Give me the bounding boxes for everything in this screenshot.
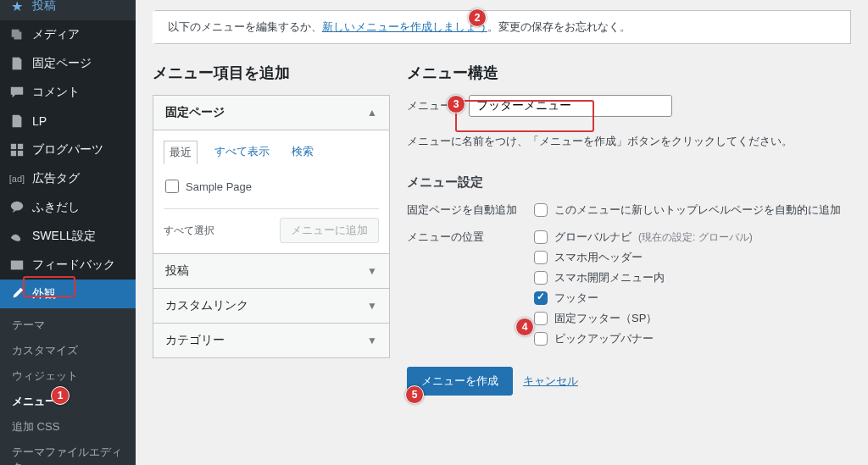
create-menu-link[interactable]: 新しいメニューを作成しましょう [322, 20, 487, 33]
auto-add-text: このメニューに新しいトップレベルページを自動的に追加 [554, 202, 841, 218]
position-label: メニューの位置 [407, 230, 534, 245]
chevron-down-icon: ▼ [367, 335, 377, 346]
notice-prefix: 以下のメニューを編集するか、 [168, 20, 322, 33]
pos-fixed-footer-checkbox[interactable] [534, 312, 548, 325]
annotation-badge-1: 1 [51, 386, 70, 405]
sidebar-item-blogparts[interactable]: ブログパーツ [0, 136, 136, 164]
chevron-down-icon: ▼ [367, 300, 377, 312]
feedback-icon [8, 257, 25, 274]
submenu-css[interactable]: 追加 CSS [0, 414, 136, 440]
sample-page-checkbox[interactable] [165, 180, 179, 193]
auto-add-checkbox[interactable] [534, 203, 548, 217]
chevron-up-icon: ▲ [367, 107, 377, 119]
svg-rect-5 [11, 261, 23, 270]
main-content: 以下のメニューを編集するか、新しいメニューを作成しましょう。変更の保存をお忘れな… [136, 0, 868, 465]
sidebar-item-adtag[interactable]: [ad]広告タグ [0, 164, 136, 193]
sidebar-item-posts[interactable]: ★投稿 [0, 0, 136, 20]
position-options: グローバルナビ (現在の設定: グローバル) スマホ用ヘッダー スマホ開閉メニュ… [534, 230, 851, 352]
chevron-down-icon: ▼ [367, 265, 377, 277]
menu-name-input[interactable] [469, 95, 672, 117]
comment-icon [8, 84, 25, 101]
auto-add-label: 固定ページを自動追加 [407, 202, 534, 218]
submenu-themes[interactable]: テーマ [0, 313, 136, 338]
tab-search[interactable]: 検索 [287, 141, 319, 164]
svg-rect-3 [18, 151, 23, 156]
menu-settings-heading: メニュー設定 [407, 174, 851, 191]
page-icon [8, 55, 25, 72]
acc-head-categories[interactable]: カテゴリー▼ [153, 323, 389, 357]
submenu-customize[interactable]: カスタマイズ [0, 338, 136, 363]
sidebar-item-lp[interactable]: LP [0, 107, 136, 136]
sample-page-label: Sample Page [186, 180, 252, 193]
ad-icon: [ad] [8, 170, 25, 187]
pos-global-checkbox[interactable] [534, 230, 548, 244]
acc-head-customlink[interactable]: カスタムリンク▼ [153, 288, 389, 323]
svg-rect-2 [11, 151, 16, 156]
annotation-badge-4: 4 [515, 318, 534, 336]
sidebar-item-pages[interactable]: 固定ページ [0, 49, 136, 78]
sidebar-item-media[interactable]: メディア [0, 20, 136, 49]
pos-sp-header-checkbox[interactable] [534, 251, 548, 264]
pin-icon: ★ [8, 0, 25, 14]
submenu-theme-editor[interactable]: テーマファイルエディター [0, 440, 136, 465]
sidebar-item-comments[interactable]: コメント [0, 78, 136, 107]
appearance-submenu: テーマ カスタマイズ ウィジェット メニュー 追加 CSS テーマファイルエディ… [0, 308, 136, 465]
blocks-icon [8, 141, 25, 158]
pos-sp-drawer-checkbox[interactable] [534, 271, 548, 285]
pos-footer-checkbox[interactable] [534, 291, 548, 305]
brush-icon [8, 285, 25, 302]
annotation-badge-3: 3 [447, 95, 465, 113]
svg-rect-0 [11, 144, 16, 149]
bubble-icon [8, 199, 25, 216]
sidebar-item-appearance[interactable]: 外観 [0, 280, 136, 308]
add-to-menu-button[interactable]: メニューに追加 [280, 218, 379, 243]
swell-icon [8, 228, 25, 245]
menu-structure-heading: メニュー構造 [407, 63, 851, 83]
add-items-heading: メニュー項目を追加 [153, 63, 390, 83]
annotation-badge-2: 2 [468, 8, 487, 27]
notice-suffix: 。変更の保存をお忘れなく。 [487, 20, 631, 33]
doc-icon [8, 113, 25, 130]
annotation-badge-5: 5 [405, 385, 424, 404]
sidebar-item-swell[interactable]: SWELL設定 [0, 222, 136, 251]
sidebar-item-fukidashi[interactable]: ふきだし [0, 193, 136, 222]
sidebar-item-feedback[interactable]: フィードバック [0, 251, 136, 280]
acc-head-pages[interactable]: 固定ページ▲ [153, 96, 389, 130]
notice-bar: 以下のメニューを編集するか、新しいメニューを作成しましょう。変更の保存をお忘れな… [153, 10, 851, 44]
submenu-widgets[interactable]: ウィジェット [0, 363, 136, 389]
accordion-pages: 固定ページ▲ 最近 すべて表示 検索 Sample Page すべて選択 [153, 95, 390, 358]
cancel-link[interactable]: キャンセル [523, 374, 578, 389]
svg-point-4 [11, 202, 23, 211]
create-hint: メニューに名前をつけ、「メニューを作成」ボタンをクリックしてください。 [407, 134, 851, 149]
tab-recent[interactable]: 最近 [164, 141, 198, 164]
select-all-link[interactable]: すべて選択 [164, 224, 214, 238]
svg-rect-1 [18, 144, 23, 149]
media-icon [8, 26, 25, 43]
pos-pickup-checkbox[interactable] [534, 332, 548, 346]
tab-all[interactable]: すべて表示 [209, 141, 275, 164]
acc-head-posts[interactable]: 投稿▼ [153, 253, 389, 288]
